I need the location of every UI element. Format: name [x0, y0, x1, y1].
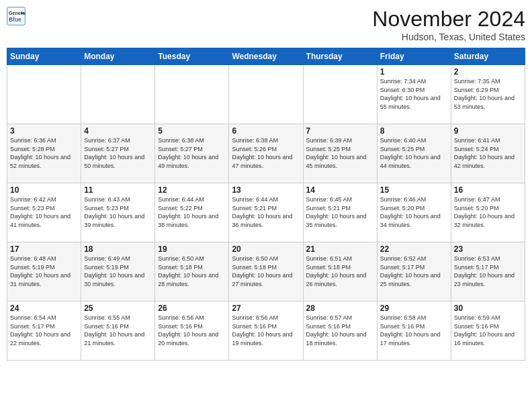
day-number: 29	[380, 304, 448, 313]
calendar-cell: 18Sunrise: 6:49 AM Sunset: 5:19 PM Dayli…	[81, 242, 155, 302]
calendar-cell: 27Sunrise: 6:56 AM Sunset: 5:16 PM Dayli…	[229, 302, 303, 361]
day-number: 10	[10, 185, 78, 195]
day-number: 2	[454, 67, 522, 77]
day-number: 22	[380, 244, 448, 254]
day-number: 20	[232, 244, 300, 254]
week-row-1: 1Sunrise: 7:34 AM Sunset: 6:30 PM Daylig…	[7, 65, 525, 124]
cell-data: Sunrise: 6:53 AM Sunset: 5:17 PM Dayligh…	[454, 255, 522, 288]
cell-data: Sunrise: 6:54 AM Sunset: 5:17 PM Dayligh…	[10, 314, 78, 347]
calendar-cell: 11Sunrise: 6:43 AM Sunset: 5:23 PM Dayli…	[81, 183, 155, 242]
day-number: 17	[10, 244, 78, 254]
calendar-cell: 30Sunrise: 6:59 AM Sunset: 5:16 PM Dayli…	[451, 302, 525, 361]
calendar-cell	[229, 65, 303, 124]
cell-data: Sunrise: 6:57 AM Sunset: 5:16 PM Dayligh…	[306, 314, 374, 347]
day-header-tuesday: Tuesday	[155, 48, 229, 65]
cell-data: Sunrise: 6:39 AM Sunset: 5:25 PM Dayligh…	[306, 136, 374, 170]
calendar-cell: 17Sunrise: 6:48 AM Sunset: 5:19 PM Dayli…	[7, 242, 81, 302]
cell-data: Sunrise: 6:52 AM Sunset: 5:17 PM Dayligh…	[380, 255, 448, 288]
cell-data: Sunrise: 6:43 AM Sunset: 5:23 PM Dayligh…	[84, 195, 152, 229]
cell-data: Sunrise: 6:47 AM Sunset: 5:20 PM Dayligh…	[454, 195, 522, 229]
cell-data: Sunrise: 6:36 AM Sunset: 5:28 PM Dayligh…	[10, 136, 78, 170]
calendar-cell: 13Sunrise: 6:44 AM Sunset: 5:21 PM Dayli…	[229, 183, 303, 242]
page-header: General Blue November 2024 Hudson, Texas…	[7, 7, 525, 42]
cell-data: Sunrise: 6:56 AM Sunset: 5:16 PM Dayligh…	[158, 314, 226, 347]
calendar-cell: 3Sunrise: 6:36 AM Sunset: 5:28 PM Daylig…	[7, 124, 81, 183]
cell-data: Sunrise: 6:44 AM Sunset: 5:22 PM Dayligh…	[158, 195, 226, 229]
calendar-cell: 23Sunrise: 6:53 AM Sunset: 5:17 PM Dayli…	[451, 242, 525, 302]
day-number: 12	[158, 185, 226, 195]
cell-data: Sunrise: 6:41 AM Sunset: 5:24 PM Dayligh…	[454, 136, 522, 170]
calendar-cell: 1Sunrise: 7:34 AM Sunset: 6:30 PM Daylig…	[377, 65, 451, 124]
calendar-cell	[303, 65, 377, 124]
cell-data: Sunrise: 6:50 AM Sunset: 5:18 PM Dayligh…	[232, 255, 300, 288]
cell-data: Sunrise: 6:58 AM Sunset: 5:16 PM Dayligh…	[380, 314, 448, 347]
day-number: 14	[306, 185, 374, 195]
calendar-cell: 12Sunrise: 6:44 AM Sunset: 5:22 PM Dayli…	[155, 183, 229, 242]
cell-data: Sunrise: 6:51 AM Sunset: 5:18 PM Dayligh…	[306, 255, 374, 288]
day-number: 11	[84, 185, 152, 195]
calendar-cell: 5Sunrise: 6:38 AM Sunset: 5:27 PM Daylig…	[155, 124, 229, 183]
day-header-saturday: Saturday	[451, 48, 525, 65]
calendar-cell: 6Sunrise: 6:38 AM Sunset: 5:26 PM Daylig…	[229, 124, 303, 183]
day-number: 6	[232, 126, 300, 136]
calendar-cell: 24Sunrise: 6:54 AM Sunset: 5:17 PM Dayli…	[7, 302, 81, 361]
logo-icon: General Blue	[7, 7, 26, 26]
calendar-cell: 21Sunrise: 6:51 AM Sunset: 5:18 PM Dayli…	[303, 242, 377, 302]
cell-data: Sunrise: 6:44 AM Sunset: 5:21 PM Dayligh…	[232, 195, 300, 229]
calendar-cell: 10Sunrise: 6:42 AM Sunset: 5:23 PM Dayli…	[7, 183, 81, 242]
day-number: 3	[10, 126, 78, 136]
calendar-cell: 8Sunrise: 6:40 AM Sunset: 5:25 PM Daylig…	[377, 124, 451, 183]
day-number: 7	[306, 126, 374, 136]
cell-data: Sunrise: 6:55 AM Sunset: 5:16 PM Dayligh…	[84, 314, 152, 347]
day-number: 24	[10, 304, 78, 313]
day-number: 27	[232, 304, 300, 313]
calendar-header-row: SundayMondayTuesdayWednesdayThursdayFrid…	[7, 48, 525, 65]
cell-data: Sunrise: 6:37 AM Sunset: 5:27 PM Dayligh…	[84, 136, 152, 170]
svg-text:Blue: Blue	[9, 16, 21, 23]
day-header-thursday: Thursday	[303, 48, 377, 65]
calendar-cell: 19Sunrise: 6:50 AM Sunset: 5:18 PM Dayli…	[155, 242, 229, 302]
day-number: 9	[454, 126, 522, 136]
day-number: 21	[306, 244, 374, 254]
day-number: 30	[454, 304, 522, 313]
calendar-cell	[7, 65, 81, 124]
cell-data: Sunrise: 7:35 AM Sunset: 6:29 PM Dayligh…	[454, 77, 522, 111]
cell-data: Sunrise: 6:38 AM Sunset: 5:27 PM Dayligh…	[158, 136, 226, 170]
day-number: 4	[84, 126, 152, 136]
day-number: 1	[380, 67, 448, 77]
calendar-cell: 28Sunrise: 6:57 AM Sunset: 5:16 PM Dayli…	[303, 302, 377, 361]
calendar-cell	[81, 65, 155, 124]
week-row-4: 17Sunrise: 6:48 AM Sunset: 5:19 PM Dayli…	[7, 242, 525, 302]
calendar-cell: 16Sunrise: 6:47 AM Sunset: 5:20 PM Dayli…	[451, 183, 525, 242]
week-row-5: 24Sunrise: 6:54 AM Sunset: 5:17 PM Dayli…	[7, 302, 525, 361]
cell-data: Sunrise: 6:38 AM Sunset: 5:26 PM Dayligh…	[232, 136, 300, 170]
calendar-cell: 9Sunrise: 6:41 AM Sunset: 5:24 PM Daylig…	[451, 124, 525, 183]
calendar-cell	[155, 65, 229, 124]
calendar-cell: 29Sunrise: 6:58 AM Sunset: 5:16 PM Dayli…	[377, 302, 451, 361]
day-number: 28	[306, 304, 374, 313]
calendar-table: SundayMondayTuesdayWednesdayThursdayFrid…	[7, 48, 525, 361]
calendar-cell: 26Sunrise: 6:56 AM Sunset: 5:16 PM Dayli…	[155, 302, 229, 361]
day-header-wednesday: Wednesday	[229, 48, 303, 65]
day-number: 18	[84, 244, 152, 254]
day-number: 15	[380, 185, 448, 195]
cell-data: Sunrise: 6:45 AM Sunset: 5:21 PM Dayligh…	[306, 195, 374, 229]
title-block: November 2024 Hudson, Texas, United Stat…	[372, 7, 525, 42]
day-number: 16	[454, 185, 522, 195]
month-title: November 2024	[372, 7, 525, 32]
location: Hudson, Texas, United States	[372, 32, 525, 42]
cell-data: Sunrise: 7:34 AM Sunset: 6:30 PM Dayligh…	[380, 77, 448, 111]
cell-data: Sunrise: 6:56 AM Sunset: 5:16 PM Dayligh…	[232, 314, 300, 347]
calendar-cell: 20Sunrise: 6:50 AM Sunset: 5:18 PM Dayli…	[229, 242, 303, 302]
cell-data: Sunrise: 6:42 AM Sunset: 5:23 PM Dayligh…	[10, 195, 78, 229]
day-header-monday: Monday	[81, 48, 155, 65]
day-number: 25	[84, 304, 152, 313]
calendar-cell: 7Sunrise: 6:39 AM Sunset: 5:25 PM Daylig…	[303, 124, 377, 183]
day-header-friday: Friday	[377, 48, 451, 65]
cell-data: Sunrise: 6:50 AM Sunset: 5:18 PM Dayligh…	[158, 255, 226, 288]
week-row-3: 10Sunrise: 6:42 AM Sunset: 5:23 PM Dayli…	[7, 183, 525, 242]
calendar-cell: 4Sunrise: 6:37 AM Sunset: 5:27 PM Daylig…	[81, 124, 155, 183]
calendar-body: 1Sunrise: 7:34 AM Sunset: 6:30 PM Daylig…	[7, 65, 525, 361]
day-number: 13	[232, 185, 300, 195]
day-number: 5	[158, 126, 226, 136]
